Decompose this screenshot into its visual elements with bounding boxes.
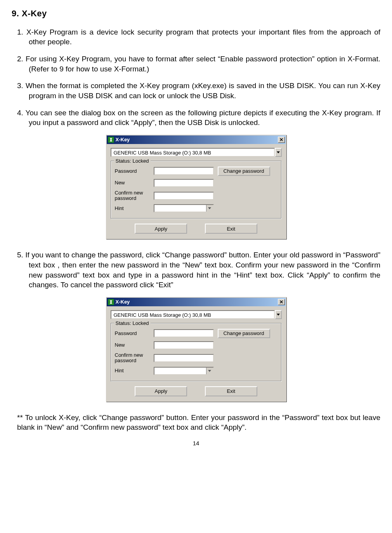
window-title: X-Key [116, 136, 278, 143]
hint-dropdown-icon[interactable] [206, 205, 213, 212]
paragraph-6: ** To unlock X-Key, click “Change passwo… [17, 413, 380, 432]
new-label: New [115, 180, 154, 186]
status-group-2: Status: Locked Password Change password … [111, 323, 282, 382]
password-input-2[interactable] [154, 329, 214, 337]
status-group-title-2: Status: Locked [114, 320, 151, 327]
exit-button[interactable]: Exit [205, 224, 257, 234]
password-input[interactable] [154, 167, 214, 175]
close-icon[interactable]: ✕ [278, 137, 285, 143]
hint-input-2[interactable] [154, 367, 214, 375]
status-group-title: Status: Locked [114, 158, 151, 165]
confirm-label-2: Confirm new password [115, 352, 154, 364]
exit-button-2[interactable]: Exit [205, 386, 257, 396]
drive-select-2[interactable]: GENERIC USB Mass Storage (O:) 30,8 MB [111, 310, 282, 319]
apply-button[interactable]: Apply [135, 224, 187, 234]
hint-input[interactable] [154, 204, 214, 212]
paragraph-5: 5. If you want to change the password, c… [17, 250, 380, 290]
page-number: 14 [12, 439, 380, 447]
hint-label: Hint [115, 206, 154, 211]
hint-dropdown-icon[interactable] [206, 368, 213, 374]
chevron-down-icon[interactable] [275, 310, 282, 319]
chevron-down-icon[interactable] [275, 148, 282, 157]
confirm-password-input[interactable] [154, 192, 214, 200]
status-group: Status: Locked Password Change password … [111, 161, 282, 219]
change-password-button-2[interactable]: Change password [218, 329, 270, 338]
confirm-password-input-2[interactable] [154, 354, 214, 362]
password-label-2: Password [115, 331, 154, 336]
drive-select-value-2: GENERIC USB Mass Storage (O:) 30,8 MB [111, 310, 275, 319]
titlebar: X-Key ✕ [107, 135, 286, 144]
apply-button-2[interactable]: Apply [135, 386, 187, 396]
confirm-label: Confirm new password [115, 190, 154, 201]
app-icon [108, 299, 114, 305]
page-heading: 9. X-Key [12, 8, 380, 19]
xkey-dialog: X-Key ✕ GENERIC USB Mass Storage (O:) 30… [106, 135, 286, 240]
close-icon[interactable]: ✕ [278, 299, 285, 305]
hint-label-2: Hint [115, 368, 154, 373]
new-password-input-2[interactable] [154, 341, 214, 349]
xkey-dialog-2: X-Key ✕ GENERIC USB Mass Storage (O:) 30… [106, 297, 286, 402]
window-title-2: X-Key [116, 299, 278, 306]
new-label-2: New [115, 342, 154, 348]
titlebar-2: X-Key ✕ [107, 298, 286, 306]
paragraph-1: 1. X-Key Program is a device lock securi… [17, 27, 380, 47]
password-label: Password [115, 168, 154, 174]
paragraph-4: 4. You can see the dialog box on the scr… [17, 108, 380, 128]
new-password-input[interactable] [154, 179, 214, 187]
change-password-button[interactable]: Change password [218, 167, 270, 176]
paragraph-3: 3. When the format is completed the X-Ke… [17, 81, 380, 101]
app-icon [108, 137, 114, 143]
drive-select-value: GENERIC USB Mass Storage (O:) 30,8 MB [111, 148, 275, 157]
paragraph-2: 2. For using X-Key Program, you have to … [17, 54, 380, 74]
drive-select[interactable]: GENERIC USB Mass Storage (O:) 30,8 MB [111, 148, 282, 157]
